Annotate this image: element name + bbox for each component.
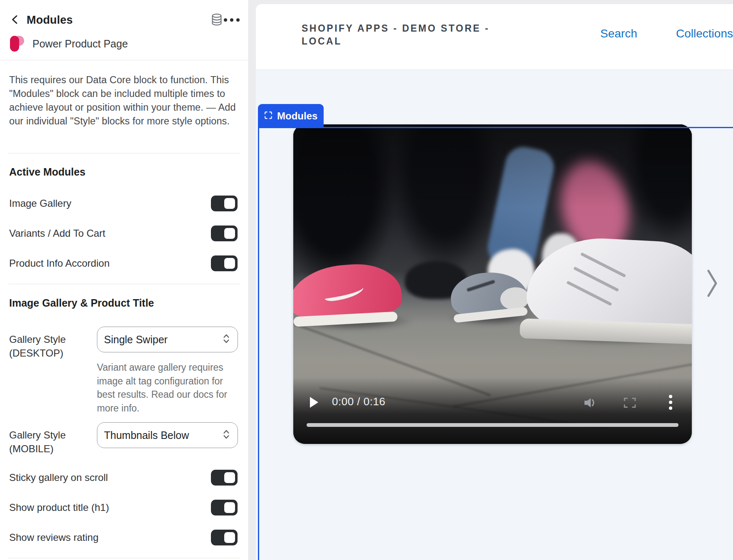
toggle-label: Sticky gallery on scroll <box>9 472 211 483</box>
play-button[interactable] <box>309 396 319 409</box>
select-value: Single Swiper <box>104 334 223 346</box>
ellipsis-horizontal-icon <box>224 18 240 22</box>
active-modules-heading: Active Modules <box>0 166 248 178</box>
video-progress-bar[interactable] <box>307 423 679 427</box>
app-name: Power Product Page <box>32 38 128 50</box>
gallery-toggles-group: Sticky gallery on scroll Show product ti… <box>0 470 248 560</box>
sidebar-header: Modules <box>0 12 248 28</box>
video-menu-button[interactable] <box>669 395 672 410</box>
selection-corners-icon <box>264 111 273 121</box>
toggle-label: Product Info Accordion <box>9 258 211 269</box>
toggle-row-image-gallery: Image Gallery <box>0 196 248 211</box>
product-video-player[interactable]: 0:00 / 0:16 <box>293 124 692 444</box>
divider <box>8 153 240 154</box>
more-menu-button[interactable] <box>224 12 239 27</box>
video-controls-gradient <box>293 377 692 444</box>
variants-add-to-cart-toggle[interactable] <box>211 225 238 241</box>
divider <box>8 558 240 558</box>
back-button[interactable] <box>9 14 22 26</box>
updown-chevrons-icon <box>223 429 230 442</box>
gallery-style-mobile-field: Gallery Style (MOBILE) Thumbnails Below <box>0 422 248 456</box>
store-title[interactable]: SHOPIFY APPS - DEMO STORE - LOCAL <box>302 22 505 48</box>
divider <box>8 284 240 284</box>
toggle-row-reviews-rating: Show reviews rating <box>0 530 248 545</box>
block-tab-label: Modules <box>277 110 317 122</box>
image-gallery-toggle[interactable] <box>211 196 238 211</box>
ellipsis-vertical-icon <box>669 395 672 410</box>
product-info-accordion-toggle[interactable] <box>211 255 238 271</box>
speaker-icon <box>584 404 598 410</box>
toggle-knob <box>224 502 235 513</box>
chevron-left-icon <box>10 14 21 27</box>
sticky-gallery-toggle[interactable] <box>211 470 238 486</box>
active-modules-group: Image Gallery Variants / Add To Cart Pro… <box>0 196 248 285</box>
app-logo-icon <box>10 35 23 52</box>
toggle-row-variants: Variants / Add To Cart <box>0 225 248 241</box>
database-icon <box>211 13 223 27</box>
block-description: This requires our Data Core block to fun… <box>0 73 248 128</box>
show-product-title-toggle[interactable] <box>211 500 238 515</box>
toggle-label: Variants / Add To Cart <box>9 228 211 239</box>
field-label: Gallery Style (MOBILE) <box>9 428 66 456</box>
store-header: SHOPIFY APPS - DEMO STORE - LOCAL Search… <box>256 4 733 70</box>
updown-chevrons-icon <box>223 333 230 346</box>
chevron-right-icon <box>706 293 718 299</box>
toggle-knob <box>224 472 235 483</box>
divider <box>0 60 248 60</box>
toggle-knob <box>224 532 235 543</box>
nav-link-collections[interactable]: Collections <box>676 27 733 40</box>
gallery-section-heading: Image Gallery & Product Title <box>0 297 248 309</box>
volume-button[interactable] <box>584 397 598 410</box>
play-icon <box>309 403 319 409</box>
fullscreen-button[interactable] <box>624 397 636 409</box>
panel-title: Modules <box>27 14 73 27</box>
gallery-style-desktop-field: Gallery Style (DESKTOP) Single Swiper Va… <box>0 327 248 410</box>
toggle-knob <box>224 258 235 269</box>
toggle-knob <box>224 198 235 209</box>
toggle-row-sticky-gallery: Sticky gallery on scroll <box>0 470 248 486</box>
toggle-label: Image Gallery <box>9 198 211 209</box>
toggle-row-product-info: Product Info Accordion <box>0 255 248 271</box>
settings-sidebar: Modules Power Product Page This requires… <box>0 0 249 560</box>
toggle-label: Show reviews rating <box>9 532 211 543</box>
show-reviews-rating-toggle[interactable] <box>211 530 238 545</box>
theme-preview-pane: SHOPIFY APPS - DEMO STORE - LOCAL Search… <box>256 4 733 560</box>
field-helper-text: Variant aware gallery requires image alt… <box>97 361 234 415</box>
gallery-next-button[interactable] <box>706 269 718 299</box>
modules-block-tab[interactable]: Modules <box>258 104 324 128</box>
toggle-knob <box>224 228 235 239</box>
nav-link-search[interactable]: Search <box>600 27 637 40</box>
gallery-style-desktop-select[interactable]: Single Swiper <box>97 327 238 352</box>
fullscreen-corners-icon <box>624 403 636 409</box>
app-row[interactable]: Power Product Page <box>0 35 248 52</box>
select-value: Thumbnails Below <box>104 429 223 441</box>
field-label: Gallery Style (DESKTOP) <box>9 332 66 360</box>
gallery-style-mobile-select[interactable]: Thumbnails Below <box>97 422 238 448</box>
toggle-label: Show product title (h1) <box>9 502 211 513</box>
video-time: 0:00 / 0:16 <box>332 395 385 408</box>
toggle-row-product-title: Show product title (h1) <box>0 500 248 515</box>
data-core-button[interactable] <box>209 12 224 27</box>
